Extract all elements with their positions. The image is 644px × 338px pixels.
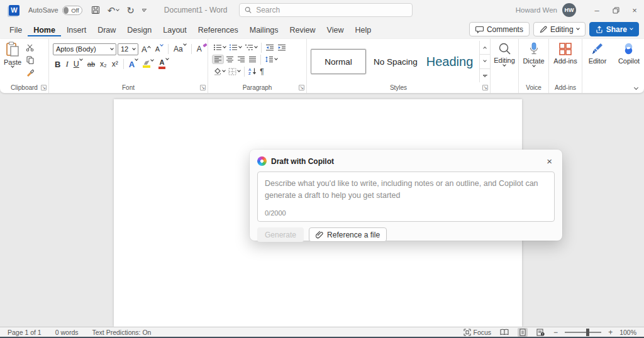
style-normal[interactable]: Normal [311,49,366,74]
addins-button[interactable]: Add-ins [549,39,582,65]
search-input[interactable] [256,6,407,14]
align-left-button[interactable] [212,55,224,64]
styles-more-button[interactable] [480,69,490,82]
text-predictions-status[interactable]: Text Predictions: On [92,329,151,336]
tab-file[interactable]: File [4,23,28,37]
close-button[interactable]: × [625,0,644,20]
multilevel-list-icon [245,44,253,51]
paste-button[interactable]: Paste [4,41,21,82]
focus-mode-button[interactable]: Focus [464,329,492,336]
user-avatar[interactable]: HW [562,3,576,17]
line-spacing-button[interactable] [264,55,279,63]
editor-pencil-icon [591,42,604,56]
web-layout-icon [536,329,545,336]
prompt-input-box[interactable]: 0/2000 [257,172,555,222]
highlight-button[interactable] [141,60,155,68]
font-family-select[interactable]: Aptos (Body) [53,43,116,55]
font-size-select[interactable]: 12 [118,43,138,55]
editing-dropdown-chevron [576,26,580,30]
tab-view[interactable]: View [321,23,350,37]
copilot-button[interactable]: Copilot [614,39,643,82]
clear-formatting-button[interactable]: A [195,44,204,54]
minimize-button[interactable]: – [587,0,606,20]
word-count[interactable]: 0 words [55,329,79,336]
style-heading[interactable]: Heading [425,55,475,69]
redo-button[interactable]: ↻ [126,6,135,15]
subscript-button[interactable]: x₂ [98,59,109,69]
zoom-in-button[interactable]: + [608,329,613,336]
styles-scroll-up-button[interactable] [480,41,490,55]
align-right-button[interactable] [236,55,247,63]
customize-quick-access-button[interactable] [142,9,147,11]
dialog-close-icon[interactable]: × [544,155,555,167]
grow-font-button[interactable]: A [140,44,152,55]
shrink-font-button[interactable]: A [153,45,165,53]
multilevel-list-button[interactable] [243,43,258,52]
tab-mailings[interactable]: Mailings [244,23,284,37]
tab-draw[interactable]: Draw [92,23,121,37]
paragraph-dialog-launcher[interactable]: ↘ [299,85,304,90]
prompt-textarea[interactable] [265,178,547,203]
tab-home[interactable]: Home [28,23,61,37]
styles-scroll-down-button[interactable] [480,55,490,68]
font-color-button[interactable]: A [157,58,170,70]
page-indicator[interactable]: Page 1 of 1 [8,329,42,336]
autosave-toggle[interactable]: Off [62,6,82,15]
editing-mode-button[interactable]: Editing [533,22,586,36]
change-case-button[interactable]: Aa [172,44,188,54]
tab-design[interactable]: Design [121,23,157,37]
decrease-indent-button[interactable] [264,43,275,52]
reference-file-button[interactable]: Reference a file [309,227,387,242]
zoom-slider-thumb[interactable] [586,329,589,336]
comments-button[interactable]: Comments [469,22,530,36]
tab-help[interactable]: Help [349,23,377,37]
numbering-button[interactable] [228,43,243,52]
show-hide-marks-button[interactable]: ¶ [258,67,265,77]
cut-button[interactable] [24,43,36,53]
copy-button[interactable] [25,55,36,65]
sort-button[interactable]: AZ [247,67,258,76]
clipboard-dialog-launcher[interactable]: ↘ [41,85,47,90]
strikethrough-button[interactable]: ab [86,60,97,68]
scissors-icon [26,44,34,52]
increase-indent-button[interactable] [276,43,287,52]
borders-button[interactable] [227,67,242,76]
font-dialog-launcher[interactable]: ↘ [200,85,206,90]
shading-button[interactable] [212,67,226,76]
tab-review[interactable]: Review [284,23,321,37]
align-center-button[interactable] [225,55,235,63]
save-button[interactable] [91,6,100,14]
dictate-button[interactable]: Dictate [519,39,548,67]
tab-layout[interactable]: Layout [157,23,192,37]
read-mode-button[interactable] [498,328,511,336]
format-painter-button[interactable] [24,67,36,78]
restore-button[interactable] [606,0,625,20]
text-effects-button[interactable]: A [127,59,140,70]
autosave-control[interactable]: AutoSave Off [28,6,82,15]
justify-button[interactable] [247,55,258,63]
italic-button[interactable]: I [64,58,70,70]
character-counter: 0/2000 [265,209,547,217]
bullets-button[interactable] [212,43,227,52]
user-name[interactable]: Howard Wen [516,6,557,14]
zoom-out-button[interactable]: − [553,329,558,336]
editing-button[interactable]: Editing [491,39,518,66]
superscript-button[interactable]: x² [110,59,120,69]
search-box[interactable] [239,3,413,17]
zoom-level[interactable]: 100% [619,329,636,336]
web-layout-button[interactable] [535,328,547,337]
zoom-slider[interactable] [565,332,601,333]
scroll-down-chevron [483,59,487,63]
style-no-spacing[interactable]: No Spacing [369,57,423,67]
editor-button[interactable]: Editor [583,39,612,82]
undo-button[interactable]: ↶ [108,6,119,15]
underline-button[interactable]: U [72,59,84,69]
generate-button[interactable]: Generate [257,227,304,242]
word-app-icon[interactable]: W [9,5,19,16]
tab-references[interactable]: References [192,23,244,37]
share-button[interactable]: Share [589,22,639,36]
print-layout-button[interactable] [518,328,528,337]
tab-insert[interactable]: Insert [61,23,92,37]
styles-dialog-launcher[interactable]: ↘ [482,85,488,90]
bold-button[interactable]: B [53,59,62,70]
